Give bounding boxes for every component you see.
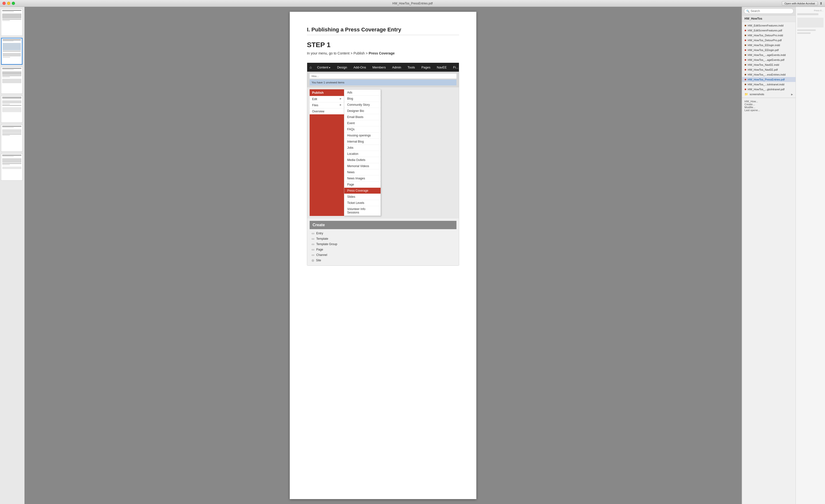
file-item[interactable]: ■ HW_HowTos_...ageEvents.indd (742, 53, 796, 58)
file-browser-panel: 🔍 HW_HowTos ■ HW_EditScreenFeatures.indd… (742, 7, 796, 504)
minimize-button[interactable] (7, 2, 10, 5)
file-item[interactable]: ■ HW_HowTos_EElogin.indd (742, 43, 796, 48)
menu-item-memorial-videos[interactable]: Memorial Videos (344, 163, 381, 169)
nav-tools[interactable]: Tools (406, 66, 416, 69)
indd-icon: ■ (744, 33, 746, 37)
nav-design[interactable]: Design (336, 66, 348, 69)
thumbnail-1[interactable] (1, 9, 22, 36)
thumbnail-5[interactable] (1, 124, 22, 152)
file-name: HW_HowTos_PressEntries.pdf (748, 78, 784, 81)
menu-item-page[interactable]: Page (344, 182, 381, 188)
menu-item-jobs[interactable]: Jobs (344, 145, 381, 151)
create-item-page[interactable]: ▭ Page (310, 247, 456, 252)
pdf-page: I. Publishing a Press Coverage Entry STE… (290, 12, 476, 499)
thumbnail-4[interactable] (1, 96, 22, 123)
menu-item-designer-bio[interactable]: Designer Bio (344, 108, 381, 114)
create-item-template[interactable]: ▭ Template (310, 236, 456, 241)
menu-item-location[interactable]: Location (344, 151, 381, 157)
file-name: HW_HowTos_EElogin.pdf (748, 49, 778, 52)
file-name: HW_EditScreenFeatures.pdf (748, 29, 782, 32)
menu-item-event[interactable]: Event (344, 120, 381, 127)
preview-block (797, 18, 824, 27)
file-name: HW_HowTos_...ageEvents.pdf (748, 59, 784, 61)
file-item[interactable]: ■ HW_HowTos_DetourPro.pdf (742, 38, 796, 43)
close-button[interactable] (2, 2, 6, 5)
file-name: HW_HowTos_NavEE.pdf (748, 68, 777, 71)
thumbnail-3[interactable] (1, 67, 22, 94)
create-item-channel[interactable]: ▭ Channel (310, 252, 456, 258)
file-open-info: Last opene... (744, 109, 793, 112)
menu-item-press-coverage[interactable]: Press Coverage (344, 188, 381, 194)
file-item[interactable]: ■ HW_HowTos_...ageEvents.pdf (742, 58, 796, 62)
file-item[interactable]: ■ HW_HowTos_...essEntries.indd (742, 72, 796, 77)
create-template-label: Template (316, 237, 328, 241)
nav-addons[interactable]: Add-Ons (352, 66, 367, 69)
menu-item-ticket-levels[interactable]: Ticket Levels (344, 200, 381, 206)
create-item-template-group[interactable]: ▭ Template Group (310, 241, 456, 247)
main-layout: I. Publishing a Press Coverage Entry STE… (0, 7, 825, 504)
file-name: HW_HowTos_...ageEvents.indd (748, 54, 786, 57)
create-item-site[interactable]: ◎ Site (310, 258, 456, 263)
file-item[interactable]: ■ HW_HowTos_...toIntranet.indd (742, 82, 796, 87)
file-modify-info: Modifie... (744, 106, 793, 109)
menu-item-news-images[interactable]: News Images (344, 175, 381, 182)
far-right-preview: Press E... (796, 7, 825, 504)
step-label: STEP 1 (307, 41, 459, 49)
preview-label: Press E... (797, 9, 824, 12)
pdf-viewer[interactable]: I. Publishing a Press Coverage Entry STE… (24, 7, 742, 504)
menu-item-volunteer[interactable]: Volunteer Info Sessions (344, 206, 381, 216)
file-item[interactable]: ■ HW_HowTos_NavEE.pdf (742, 67, 796, 72)
file-name: HW_HowTos_DetourPro.pdf (748, 39, 781, 42)
nav-navee[interactable]: NavEE (436, 66, 448, 69)
nav-members[interactable]: Members (372, 66, 387, 69)
menu-item-slides[interactable]: Slides (344, 194, 381, 200)
thumbnail-2[interactable] (1, 38, 22, 65)
create-header: Create (310, 221, 456, 229)
create-section: Create ▭ Entry ▭ Template ▭ Template Gro… (307, 219, 459, 265)
file-item-screenshots[interactable]: 📁 screenshots ▶ (742, 92, 796, 97)
title-bar: HW_HowTos_PressEntries.pdf Open with Ado… (0, 0, 825, 7)
menu-item-news[interactable]: News (344, 169, 381, 175)
search-icon: 🔍 (746, 10, 750, 13)
menu-item-files[interactable]: Files (310, 102, 344, 108)
folder-name: screenshots (750, 93, 764, 96)
menu-item-edit[interactable]: Edit (310, 96, 344, 102)
home-icon: ⌂ (310, 65, 312, 69)
create-site-label: Site (316, 259, 321, 262)
thumbnail-6[interactable] (1, 154, 22, 181)
file-item[interactable]: ■ HW_HowTos_DetourPro.indd (742, 33, 796, 38)
menu-item-faqs[interactable]: FAQs (344, 127, 381, 133)
menu-item-overview[interactable]: Overview (310, 108, 344, 114)
preview-line (797, 13, 818, 15)
file-item[interactable]: ■ HW_HowTos_NavEE.indd (742, 62, 796, 67)
app-content-area: Hou... You have 1 unviewed items (307, 72, 459, 87)
file-item[interactable]: ■ HW_EditScreenFeatures.indd (742, 23, 796, 28)
folder-icon: 📁 (744, 92, 748, 96)
menu-item-internal-blog[interactable]: Internal Blog (344, 139, 381, 145)
menu-item-housing-openings[interactable]: Housing openings (344, 133, 381, 139)
window-controls[interactable] (2, 2, 15, 5)
maximize-button[interactable] (12, 2, 15, 5)
indd-icon: ■ (744, 44, 746, 47)
menu-item-community-story[interactable]: Community Story (344, 102, 381, 108)
nav-fi[interactable]: Fi... (452, 66, 459, 69)
file-item-active[interactable]: ■ HW_HowTos_PressEntries.pdf (742, 77, 796, 82)
open-acrobat-button[interactable]: Open with Adobe Acrobat (782, 1, 818, 6)
file-item[interactable]: ■ HW_HowTos_...gtoIntranet.pdf (742, 87, 796, 92)
pdf-icon: ■ (744, 58, 746, 62)
file-item[interactable]: ■ HW_HowTos_EElogin.pdf (742, 48, 796, 53)
search-wrap[interactable]: 🔍 (744, 8, 794, 14)
menu-item-email-blasts[interactable]: Email Blasts (344, 114, 381, 120)
file-item[interactable]: ■ HW_EditScreenFeatures.pdf (742, 28, 796, 33)
share-icon[interactable]: ⬆ (820, 1, 823, 5)
menu-item-ads[interactable]: Ads (344, 90, 381, 96)
window-title: HW_HowTos_PressEntries.pdf (392, 2, 433, 5)
nav-admin[interactable]: Admin (391, 66, 402, 69)
app-navbar: ⌂ Content▼ Design Add-Ons Members Admin … (307, 63, 459, 72)
nav-content[interactable]: Content▼ (316, 66, 331, 69)
menu-item-media-outlets[interactable]: Media Outlets (344, 157, 381, 163)
create-item-entry[interactable]: ▭ Entry (310, 231, 456, 236)
menu-item-blog[interactable]: Blog (344, 96, 381, 102)
nav-pages[interactable]: Pages (420, 66, 431, 69)
search-input[interactable] (751, 9, 792, 13)
